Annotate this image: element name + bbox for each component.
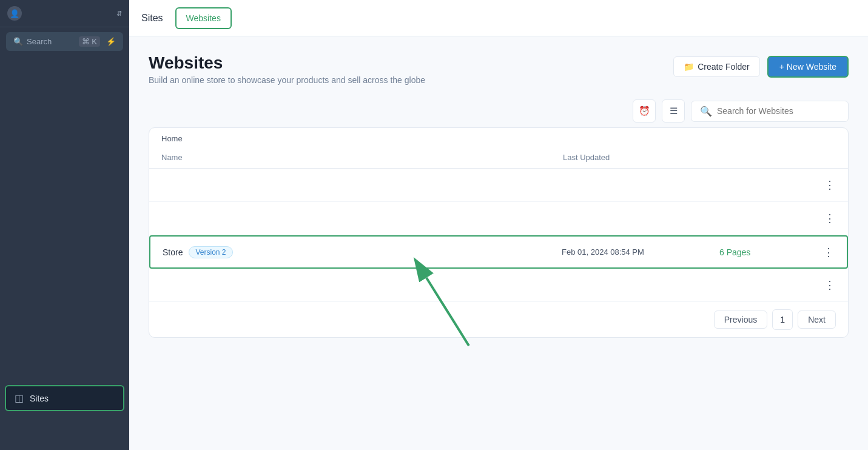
- col-actions: [806, 153, 836, 162]
- page-subtitle: Build an online store to showcase your p…: [149, 75, 425, 85]
- row-more-button[interactable]: ⋮: [806, 278, 836, 292]
- toolbar: ⏰ ☰ 🔍: [129, 95, 868, 127]
- table-row: ⋮: [149, 269, 848, 302]
- previous-button[interactable]: Previous: [714, 311, 767, 329]
- row-pages: 6 Pages: [719, 247, 804, 257]
- sidebar-item-sites[interactable]: ◫ Sites: [5, 385, 124, 411]
- main-content: Sites Websites Websites Build an online …: [129, 0, 868, 450]
- page-title-section: Websites Build an online store to showca…: [149, 53, 425, 85]
- search-shortcut: ⌘ K: [79, 36, 100, 47]
- list-view-button[interactable]: ☰: [662, 99, 685, 123]
- page-title: Websites: [149, 53, 425, 73]
- sidebar-user-section[interactable]: 👤 ⇵: [0, 0, 129, 27]
- new-website-button[interactable]: + New Website: [767, 56, 849, 78]
- new-website-label: + New Website: [779, 62, 836, 72]
- header-actions: 📁 Create Folder + New Website: [673, 56, 849, 78]
- sidebar-item-label: Sites: [30, 394, 49, 403]
- page-number-button[interactable]: 1: [772, 309, 793, 330]
- user-avatar-icon: 👤: [7, 6, 22, 21]
- chevron-down-icon: ⇵: [116, 10, 122, 18]
- user-info: 👤: [7, 6, 22, 21]
- sites-nav-icon: ◫: [15, 392, 24, 404]
- row-name-cell: Store Version 2: [163, 246, 562, 258]
- search-label: Search: [27, 37, 52, 46]
- list-icon: ☰: [670, 106, 678, 116]
- table-row: ⋮: [149, 202, 848, 235]
- version-badge: Version 2: [189, 246, 232, 258]
- folder-icon: 📁: [684, 62, 694, 72]
- next-button[interactable]: Next: [798, 311, 836, 329]
- breadcrumb: Home: [149, 128, 848, 147]
- create-folder-label: Create Folder: [698, 62, 750, 72]
- sidebar: 👤 ⇵ 🔍 Search ⌘ K ⚡ ◫ Sites: [0, 0, 129, 450]
- col-last-updated: Last Updated: [563, 153, 721, 162]
- search-bar-icon: 🔍: [700, 106, 712, 117]
- sidebar-search[interactable]: 🔍 Search ⌘ K ⚡: [6, 32, 123, 51]
- pagination: Previous 1 Next: [149, 302, 848, 337]
- row-name-text: Store: [163, 247, 183, 257]
- websites-table: Home Name Last Updated ⋮ ⋮: [149, 127, 849, 338]
- page-header: Websites Build an online store to showca…: [129, 36, 868, 95]
- row-last-updated: Feb 01, 2024 08:54 PM: [562, 247, 719, 257]
- main-panel: Sites Websites Websites Build an online …: [129, 0, 868, 450]
- table-row-store[interactable]: Store Version 2 Feb 01, 2024 08:54 PM 6 …: [149, 235, 848, 269]
- nav-brand: Sites: [141, 13, 163, 24]
- websites-search-bar[interactable]: 🔍: [691, 101, 849, 122]
- websites-search-input[interactable]: [717, 106, 839, 116]
- lightning-icon: ⚡: [106, 37, 116, 46]
- row-more-button[interactable]: ⋮: [804, 246, 835, 259]
- top-nav: Sites Websites: [129, 0, 868, 36]
- table-header: Name Last Updated: [149, 147, 848, 169]
- search-icon: 🔍: [13, 37, 23, 46]
- col-name: Name: [161, 153, 563, 162]
- row-more-button[interactable]: ⋮: [806, 178, 836, 192]
- history-button[interactable]: ⏰: [633, 99, 656, 123]
- tab-websites[interactable]: Websites: [175, 7, 232, 29]
- table-row: ⋮: [149, 169, 848, 202]
- create-folder-button[interactable]: 📁 Create Folder: [673, 56, 760, 77]
- clock-icon: ⏰: [639, 106, 650, 116]
- col-pages: [721, 153, 806, 162]
- row-more-button[interactable]: ⋮: [806, 212, 836, 225]
